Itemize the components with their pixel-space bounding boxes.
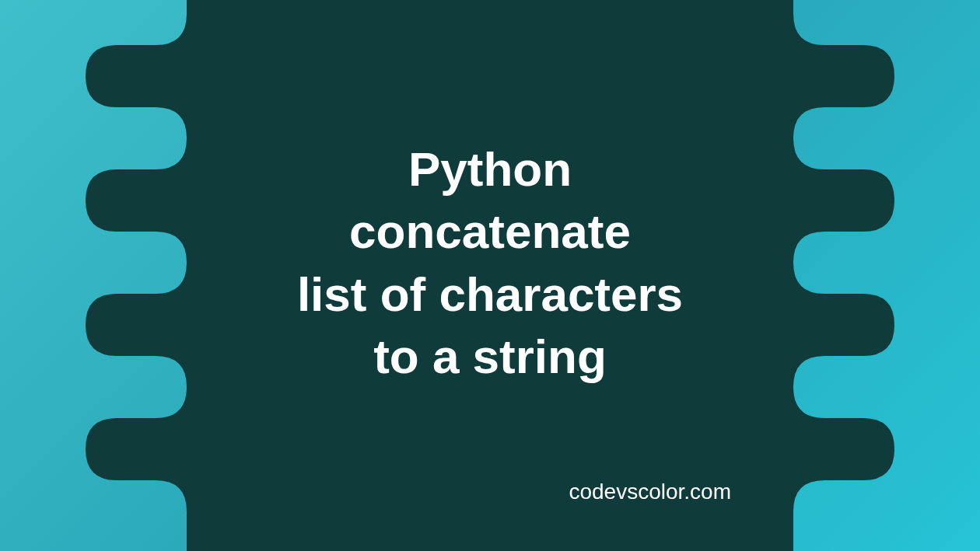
credit-text: codevscolor.com (569, 480, 731, 504)
card-canvas: Python concatenate list of characters to… (0, 0, 980, 551)
main-title: Python concatenate list of characters to… (297, 138, 683, 388)
